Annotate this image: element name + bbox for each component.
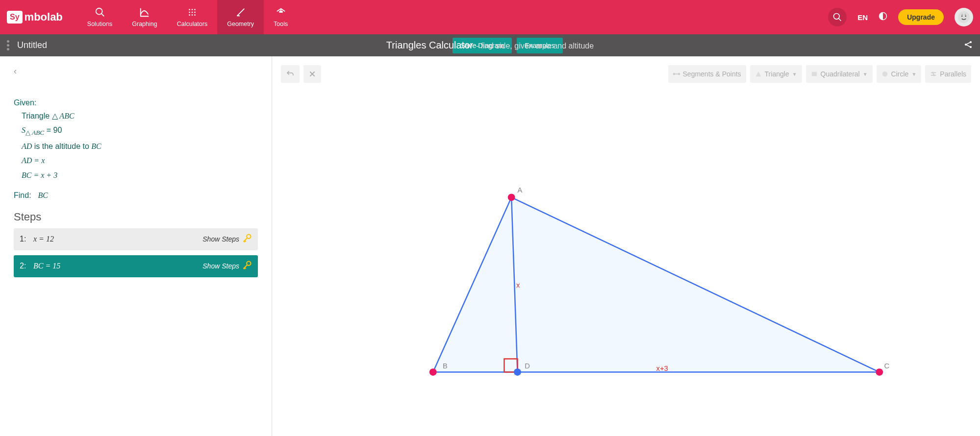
svg-point-10 bbox=[194, 14, 196, 16]
show-steps-2[interactable]: Show Steps bbox=[202, 260, 252, 272]
svg-line-1 bbox=[101, 14, 104, 17]
theme-toggle-icon[interactable] bbox=[879, 12, 887, 23]
top-nav: Sy mbolab Solutions Graphing Calculators bbox=[0, 0, 980, 34]
svg-text:B: B bbox=[443, 362, 448, 370]
given-line-4: AD = x bbox=[22, 154, 258, 167]
svg-point-0 bbox=[96, 8, 102, 15]
language-selector[interactable]: EN bbox=[857, 13, 868, 22]
calculator-icon bbox=[187, 7, 198, 18]
svg-rect-33 bbox=[811, 72, 817, 76]
canvas-toolbar: Segments & Points Triangle ▼ Quadrilater… bbox=[281, 65, 971, 83]
svg-line-23 bbox=[967, 42, 970, 44]
svg-point-6 bbox=[192, 12, 193, 13]
nav-geometry[interactable]: Geometry bbox=[217, 0, 264, 34]
show-steps-1[interactable]: Show Steps bbox=[202, 233, 252, 245]
logo[interactable]: Sy mbolab bbox=[7, 11, 63, 24]
chevron-down-icon: ▼ bbox=[911, 72, 916, 77]
find-label: Find: bbox=[14, 189, 31, 202]
svg-marker-32 bbox=[755, 72, 761, 77]
given-line-1: Triangle △ ABC bbox=[22, 109, 258, 122]
svg-rect-11 bbox=[279, 11, 282, 12]
svg-point-16 bbox=[961, 16, 963, 17]
clear-button[interactable] bbox=[303, 65, 321, 83]
triangle-icon bbox=[755, 71, 762, 77]
solution-panel: ‹ Given: Triangle △ ABC S△ ABC = 90 AD i… bbox=[0, 56, 272, 436]
svg-point-19 bbox=[965, 14, 966, 15]
svg-point-18 bbox=[961, 14, 963, 15]
segments-tool[interactable]: Segments & Points bbox=[668, 65, 746, 83]
logo-short: Sy bbox=[7, 11, 23, 24]
geometry-icon bbox=[235, 7, 246, 18]
svg-point-5 bbox=[189, 12, 190, 13]
document-title[interactable]: Untitled bbox=[17, 40, 47, 50]
svg-point-17 bbox=[965, 16, 966, 17]
svg-point-7 bbox=[194, 12, 196, 13]
svg-point-31 bbox=[678, 73, 679, 75]
undo-button[interactable] bbox=[281, 65, 300, 83]
svg-point-15 bbox=[958, 11, 970, 23]
svg-point-47 bbox=[514, 368, 521, 376]
parallels-icon bbox=[930, 71, 937, 77]
find-value: BC bbox=[38, 189, 48, 202]
given-line-3: AD is the altitude to BC bbox=[22, 140, 258, 153]
svg-text:x: x bbox=[516, 281, 520, 289]
nav-calculators[interactable]: Calculators bbox=[167, 0, 218, 34]
steps-header: Steps bbox=[14, 211, 258, 223]
svg-point-30 bbox=[673, 73, 675, 75]
quad-tool[interactable]: Quadrilateral ▼ bbox=[806, 65, 873, 83]
main-nav: Solutions Graphing Calculators Geometry … bbox=[77, 0, 298, 34]
step-row-1[interactable]: 1: x = 12 Show Steps bbox=[14, 228, 258, 250]
svg-text:x+3: x+3 bbox=[656, 364, 668, 372]
given-label: Given: bbox=[14, 96, 258, 109]
logo-text: mbolab bbox=[25, 11, 63, 24]
svg-point-46 bbox=[876, 368, 883, 376]
quad-icon bbox=[811, 71, 818, 77]
graphing-icon bbox=[139, 7, 150, 18]
svg-point-34 bbox=[882, 72, 887, 77]
step-row-2[interactable]: 2: BC = 15 Show Steps bbox=[14, 255, 258, 277]
svg-point-8 bbox=[189, 14, 190, 16]
circle-tool[interactable]: Circle ▼ bbox=[877, 65, 922, 83]
upgrade-button[interactable]: Upgrade bbox=[898, 9, 944, 25]
triangle-tool[interactable]: Triangle ▼ bbox=[750, 65, 802, 83]
given-line-2: S△ ABC = 90 bbox=[22, 123, 258, 139]
svg-point-9 bbox=[192, 14, 193, 16]
drag-handle[interactable] bbox=[7, 40, 9, 50]
svg-text:C: C bbox=[884, 362, 890, 370]
share-icon[interactable] bbox=[963, 40, 973, 51]
svg-point-44 bbox=[508, 194, 515, 201]
chevron-down-icon: ▼ bbox=[792, 72, 797, 77]
svg-point-4 bbox=[194, 9, 196, 10]
svg-point-45 bbox=[429, 368, 437, 376]
canvas-panel: Segments & Points Triangle ▼ Quadrilater… bbox=[272, 56, 980, 436]
svg-point-3 bbox=[192, 9, 193, 10]
key-icon bbox=[242, 233, 252, 245]
triangle-diagram: A B C D x x+3 bbox=[281, 83, 971, 420]
search-button[interactable] bbox=[828, 8, 847, 26]
svg-point-12 bbox=[834, 14, 840, 20]
geometry-canvas[interactable]: A B C D x x+3 bbox=[281, 83, 971, 420]
tools-icon bbox=[276, 7, 286, 18]
key-icon bbox=[242, 260, 252, 272]
svg-point-2 bbox=[189, 9, 190, 10]
nav-graphing[interactable]: Graphing bbox=[122, 0, 167, 34]
nav-solutions[interactable]: Solutions bbox=[77, 0, 122, 34]
given-line-5: BC = x + 3 bbox=[22, 169, 258, 182]
circle-icon bbox=[881, 71, 888, 77]
chevron-down-icon: ▼ bbox=[863, 72, 868, 77]
svg-line-13 bbox=[839, 19, 841, 21]
svg-line-24 bbox=[967, 45, 970, 46]
parallels-tool[interactable]: Parallels bbox=[925, 65, 971, 83]
svg-text:D: D bbox=[525, 362, 530, 370]
svg-point-26 bbox=[247, 261, 251, 265]
segments-icon bbox=[673, 71, 680, 77]
back-chevron-icon[interactable]: ‹ bbox=[14, 66, 17, 76]
page-title: Triangles Calculator - find side, given … bbox=[386, 40, 594, 51]
search-icon bbox=[95, 7, 105, 18]
svg-text:A: A bbox=[518, 186, 523, 194]
nav-tools[interactable]: Tools bbox=[264, 0, 298, 34]
avatar[interactable] bbox=[955, 8, 973, 26]
sub-bar: Untitled Save Diagram Examples Triangles… bbox=[0, 34, 980, 56]
svg-point-25 bbox=[247, 234, 251, 238]
